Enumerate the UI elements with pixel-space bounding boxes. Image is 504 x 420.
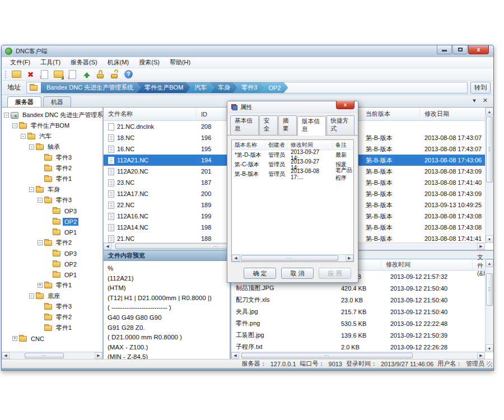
- column-header-filename[interactable]: 文件名称: [104, 108, 197, 120]
- scroll-left-icon[interactable]: ◀: [2, 352, 10, 359]
- lock-icon[interactable]: [96, 69, 105, 79]
- attachment-row[interactable]: 子程序.txt2.0 KB2013-09-12 22:26:28: [231, 341, 485, 353]
- menu-item[interactable]: 搜索(S): [134, 57, 165, 68]
- attachment-row[interactable]: 配刀文件.xls23.0 KB2013-09-12 21:50:40: [231, 294, 485, 306]
- open-folder-icon[interactable]: [54, 69, 63, 79]
- collapse-icon[interactable]: -: [38, 240, 43, 245]
- scroll-right-icon[interactable]: ▶: [477, 352, 485, 359]
- column-header-time[interactable]: 修改时间: [381, 259, 473, 270]
- column-header-version[interactable]: 当前版本: [361, 108, 420, 120]
- column-header-modified[interactable]: 修改时间: [288, 140, 333, 150]
- menu-item[interactable]: 服务器(S): [66, 57, 102, 68]
- checkin-doc-icon[interactable]: [40, 69, 49, 79]
- chevron-down-icon[interactable]: ▾: [473, 97, 476, 104]
- dialog-title-bar[interactable]: 属性 x: [227, 101, 358, 113]
- tree-item[interactable]: -车身: [2, 184, 102, 195]
- collapse-icon[interactable]: -: [29, 187, 34, 192]
- close-panel-icon[interactable]: ✕: [483, 97, 488, 104]
- tree-item[interactable]: OP1: [2, 227, 102, 237]
- scroll-right-icon[interactable]: ▶: [477, 243, 485, 250]
- tree-item[interactable]: 零件1: [2, 323, 102, 333]
- column-header-version-name[interactable]: 版本名称: [232, 140, 265, 150]
- menu-item[interactable]: 机床(M): [102, 57, 134, 68]
- scroll-left-icon[interactable]: ◀: [104, 243, 111, 250]
- attachment-row[interactable]: 制品顶图.JPG420.4 KB2013-09-12 21:50:40: [231, 282, 485, 294]
- help-icon[interactable]: [124, 69, 133, 79]
- dialog-horizontal-scrollbar[interactable]: ◀ ▶: [232, 254, 353, 262]
- tree-item[interactable]: 零件3: [2, 301, 102, 312]
- tree-item[interactable]: 零件3: [2, 152, 102, 163]
- breadcrumb-segment[interactable]: 零件3: [233, 82, 264, 93]
- column-header-note[interactable]: 备注: [333, 140, 353, 150]
- expand-icon[interactable]: +: [38, 283, 43, 288]
- title-bar[interactable]: DNC客户端 x: [2, 45, 493, 57]
- minimize-button[interactable]: [437, 45, 452, 54]
- dialog-close-button[interactable]: x: [336, 101, 354, 109]
- dialog-tab-安全[interactable]: 安全: [259, 115, 278, 135]
- address-field[interactable]: Bandex DNC 先进生产管理系统零件生产BOM汽车车身零件3OP2: [26, 82, 468, 94]
- version-row[interactable]: 第-B-版本管理员2013-08-08 17:...老产品程序: [232, 169, 353, 179]
- tree-item[interactable]: OP2: [2, 216, 102, 227]
- tree-item[interactable]: OP2: [2, 259, 102, 269]
- scroll-down-icon[interactable]: ▼: [486, 235, 493, 243]
- attachment-vertical-scrollbar[interactable]: ▲ ▼: [485, 259, 493, 352]
- tab-服务器[interactable]: 服务器: [7, 96, 41, 107]
- tree-item[interactable]: -汽车: [2, 131, 102, 142]
- file-list-vertical-scrollbar[interactable]: ▲ ▼: [485, 108, 493, 243]
- tree-item[interactable]: +CNC: [2, 333, 102, 344]
- scroll-right-icon[interactable]: ▶: [95, 352, 102, 359]
- collapse-icon[interactable]: -: [29, 293, 34, 298]
- collapse-icon[interactable]: -: [38, 198, 43, 203]
- dialog-tab-摘要[interactable]: 摘要: [278, 115, 297, 135]
- dialog-tab-快捷方式[interactable]: 快捷方式: [326, 115, 355, 135]
- attachment-row[interactable]: 零件.png530.5 KB2013-09-12 22:22:48: [231, 318, 485, 329]
- scroll-up-icon[interactable]: ▲: [486, 108, 493, 115]
- 确定-button[interactable]: 确 定: [244, 268, 276, 279]
- collapse-icon[interactable]: -: [29, 144, 34, 150]
- tree-item[interactable]: 零件2: [2, 163, 102, 174]
- tree-item[interactable]: -零件2: [2, 237, 102, 248]
- column-header-date[interactable]: 修改日期: [420, 108, 485, 120]
- tree-item[interactable]: -底座: [2, 291, 102, 301]
- tree-item[interactable]: OP1: [2, 269, 102, 280]
- scroll-right-icon[interactable]: ▶: [346, 255, 353, 262]
- scroll-left-icon[interactable]: ◀: [232, 255, 240, 262]
- column-header-file[interactable]: 文件(&I: [473, 259, 485, 270]
- collapse-icon[interactable]: -: [4, 113, 9, 118]
- dialog-tab-版本信息[interactable]: 版本信息: [297, 116, 326, 136]
- tree-item[interactable]: -Bandex DNC 先进生产管理系: [2, 110, 102, 120]
- attachment-horizontal-scrollbar[interactable]: ◀ ▶: [231, 352, 485, 359]
- collapse-icon[interactable]: -: [12, 123, 17, 128]
- attachment-row[interactable]: 工装图.jpg139.6 KB2013-09-12 21:50:39: [231, 329, 485, 341]
- dialog-tab-基本信息[interactable]: 基本信息: [230, 115, 259, 135]
- tree-item[interactable]: 零件2: [2, 312, 102, 323]
- menu-item[interactable]: 文件(F): [5, 57, 35, 68]
- collapse-icon[interactable]: -: [21, 134, 26, 139]
- tree-item[interactable]: +零件1: [2, 280, 102, 291]
- 取消-button[interactable]: 取 消: [281, 268, 314, 279]
- scroll-left-icon[interactable]: ◀: [231, 352, 239, 359]
- tree-item[interactable]: OP3: [2, 248, 102, 259]
- tree-horizontal-scrollbar[interactable]: ◀ ▶: [2, 352, 102, 359]
- menu-item[interactable]: 工具(T): [35, 57, 66, 68]
- tree-item[interactable]: -零件生产BOM: [2, 120, 102, 131]
- upload-arrow-icon[interactable]: [82, 69, 91, 79]
- column-header-id[interactable]: ID: [197, 108, 227, 120]
- maximize-button[interactable]: [452, 45, 468, 54]
- expand-icon[interactable]: +: [12, 336, 17, 341]
- breadcrumb-segment[interactable]: Bandex DNC 先进生产管理系统: [41, 82, 141, 93]
- toolbar-handle[interactable]: [5, 71, 7, 78]
- attachment-row[interactable]: 夹具.jpg215.7 KB2013-09-12 21:50:40: [231, 306, 485, 318]
- tree-item[interactable]: -零件3: [2, 195, 102, 206]
- resize-grip[interactable]: [487, 361, 492, 367]
- column-header-creator[interactable]: 创建者: [265, 140, 288, 150]
- new-folder-icon[interactable]: [12, 69, 21, 79]
- checkout-doc-icon[interactable]: [68, 69, 77, 79]
- tree-item[interactable]: -轴承: [2, 142, 102, 152]
- tree-item[interactable]: OP3: [2, 206, 102, 216]
- menu-item[interactable]: 帮助(H): [165, 57, 195, 68]
- go-button[interactable]: 转到: [470, 82, 491, 94]
- unlock-icon[interactable]: [110, 69, 119, 79]
- delete-icon[interactable]: [26, 69, 35, 79]
- scroll-down-icon[interactable]: ▼: [486, 344, 493, 352]
